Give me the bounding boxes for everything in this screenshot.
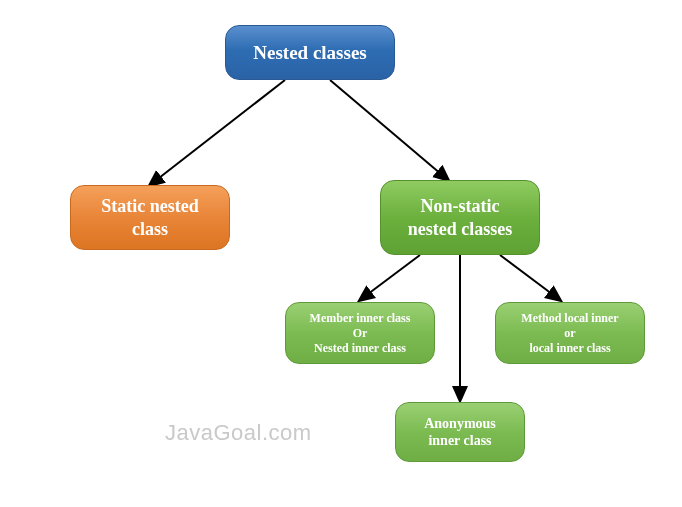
node-label-line: Static nested	[101, 195, 199, 218]
node-label-line: local inner class	[529, 341, 610, 356]
node-label: Nested classes	[253, 41, 366, 65]
node-label-line: Member inner class	[310, 311, 411, 326]
watermark-text: JavaGoal.com	[165, 420, 312, 446]
node-label-line: inner class	[428, 432, 491, 450]
node-anonymous-inner-class: Anonymous inner class	[395, 402, 525, 462]
node-nested-classes: Nested classes	[225, 25, 395, 80]
node-static-nested-class: Static nested class	[70, 185, 230, 250]
node-member-inner-class: Member inner class Or Nested inner class	[285, 302, 435, 364]
watermark-label: JavaGoal.com	[165, 420, 312, 445]
node-non-static-nested-classes: Non-static nested classes	[380, 180, 540, 255]
node-label-line: nested classes	[408, 218, 513, 241]
node-label-line: class	[132, 218, 168, 241]
svg-line-0	[150, 80, 285, 185]
node-label-line: Nested inner class	[314, 341, 406, 356]
node-method-local-inner-class: Method local inner or local inner class	[495, 302, 645, 364]
node-label-line: Method local inner	[521, 311, 618, 326]
node-label-line: Anonymous	[424, 415, 496, 433]
node-label-line: Or	[353, 326, 368, 341]
svg-line-2	[360, 255, 420, 300]
svg-line-1	[330, 80, 448, 180]
node-label-line: Non-static	[421, 195, 500, 218]
node-label-line: or	[564, 326, 575, 341]
svg-line-4	[500, 255, 560, 300]
